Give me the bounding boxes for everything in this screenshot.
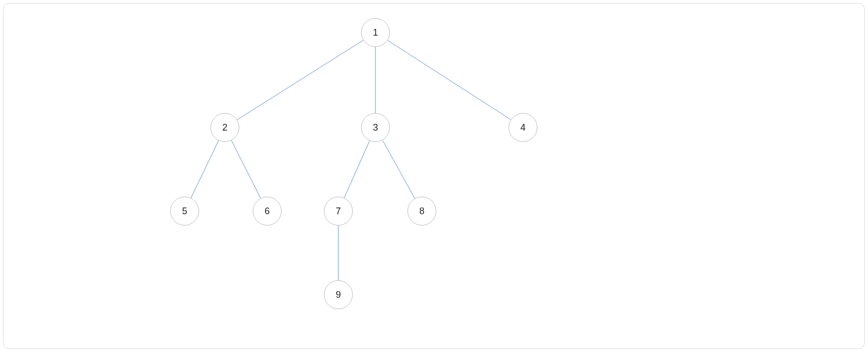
- tree-node: 3: [361, 113, 390, 142]
- tree-edges-layer: [4, 4, 865, 349]
- tree-edge: [383, 140, 415, 198]
- tree-node-label: 8: [419, 206, 424, 217]
- tree-edge: [344, 141, 369, 198]
- tree-node: 4: [509, 113, 537, 142]
- tree-node: 2: [210, 113, 239, 142]
- tree-node: 8: [407, 197, 436, 226]
- tree-node: 5: [170, 197, 199, 226]
- tree-node: 1: [361, 18, 390, 47]
- tree-node: 7: [324, 197, 353, 226]
- diagram-frame: 123456789: [3, 3, 865, 349]
- tree-node: 9: [324, 280, 353, 309]
- tree-edge: [237, 40, 364, 120]
- tree-node-label: 1: [373, 27, 378, 38]
- tree-edge: [232, 140, 261, 198]
- tree-node-label: 5: [182, 206, 187, 217]
- tree-edge: [191, 140, 219, 198]
- tree-node-label: 4: [520, 122, 526, 133]
- tree-node-label: 9: [336, 290, 341, 300]
- tree-node: 6: [253, 197, 282, 226]
- tree-edge: [388, 40, 511, 120]
- tree-node-label: 3: [373, 122, 378, 133]
- tree-node-label: 7: [336, 206, 341, 217]
- tree-node-label: 6: [265, 206, 270, 217]
- tree-node-label: 2: [222, 122, 227, 133]
